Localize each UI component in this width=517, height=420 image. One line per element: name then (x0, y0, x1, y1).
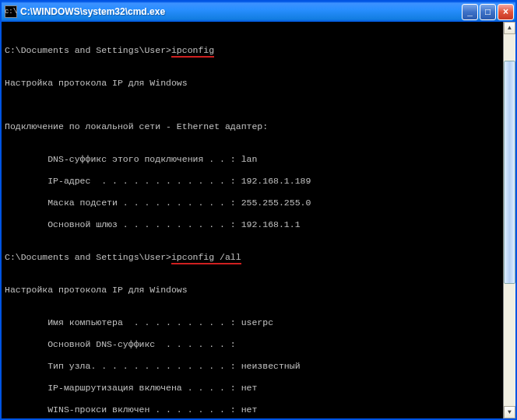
output-line: Основной шлюз . . . . . . . . . . : 192.… (5, 219, 512, 230)
scroll-thumb[interactable] (504, 61, 515, 284)
command-ipconfig: ipconfig (171, 45, 214, 56)
output-line: DNS-суффикс этого подключения . . : lan (5, 154, 512, 165)
output-line: Имя компьютера . . . . . . . . . : userp… (5, 317, 512, 328)
close-button[interactable]: × (498, 4, 514, 20)
vertical-scrollbar[interactable]: ▲ ▼ (503, 22, 515, 418)
command-ipconfig-all: ipconfig /all (171, 252, 241, 263)
cmd-icon: c:\ (5, 5, 17, 18)
scroll-up-button[interactable]: ▲ (504, 22, 515, 34)
prompt: C:\Documents and Settings\User> (5, 45, 171, 55)
output-line: Маска подсети . . . . . . . . . . : 255.… (5, 198, 512, 208)
output-line: IP-адрес . . . . . . . . . . . . : 192.1… (5, 176, 512, 187)
window-title: C:\WINDOWS\system32\cmd.exe (20, 6, 462, 17)
prompt: C:\Documents and Settings\User> (5, 252, 171, 262)
output-line: Тип узла. . . . . . . . . . . . . : неиз… (5, 361, 512, 372)
output-line: Основной DNS-суффикс . . . . . . : (5, 339, 512, 350)
output-line: C:\Documents and Settings\User>ipconfig (5, 45, 512, 56)
output-line: Настройка протокола IP для Windows (5, 78, 512, 89)
maximize-button[interactable]: □ (480, 4, 496, 20)
scroll-down-button[interactable]: ▼ (504, 406, 515, 418)
output-line: WINS-прокси включен . . . . . . . : нет (5, 404, 512, 415)
cmd-window: c:\ C:\WINDOWS\system32\cmd.exe _ □ × C:… (0, 0, 517, 420)
output-line: C:\Documents and Settings\User>ipconfig … (5, 252, 512, 263)
output-line: IP-маршрутизация включена . . . . : нет (5, 383, 512, 394)
output-line: Подключение по локальной сети - Ethernet… (5, 121, 512, 132)
output-line: Настройка протокола IP для Windows (5, 285, 512, 296)
terminal-output[interactable]: C:\Documents and Settings\User>ipconfig … (2, 22, 515, 418)
window-controls: _ □ × (462, 4, 514, 20)
minimize-button[interactable]: _ (462, 4, 478, 20)
titlebar[interactable]: c:\ C:\WINDOWS\system32\cmd.exe _ □ × (2, 2, 515, 22)
scroll-track[interactable] (504, 34, 515, 406)
